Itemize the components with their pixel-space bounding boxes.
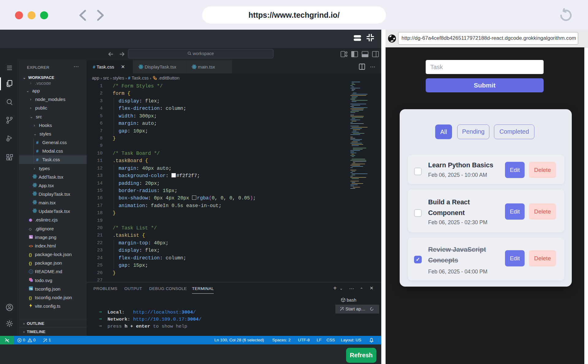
- svg-text:TS: TS: [29, 288, 33, 290]
